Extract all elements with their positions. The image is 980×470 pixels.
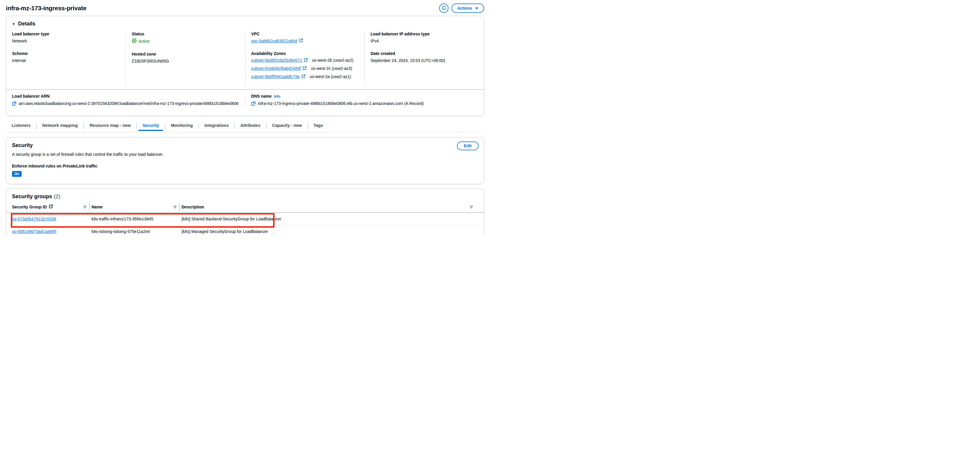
zone-label: us-west-2a (usw2-az1) (310, 74, 351, 79)
column-header-description: Description ▽ (181, 204, 478, 209)
security-group-link[interactable]: sg-073a5b479132c5336 (12, 217, 56, 221)
column-header-label: Name (92, 205, 103, 209)
tab-label: Security (142, 123, 159, 128)
load-balancer-detail-page: infra-mz-173-ingress-private Actions ▼ D… (0, 0, 490, 235)
zone-label: us-west-2b (usw2-az2) (312, 58, 353, 62)
dns-value: infra-mz-173-ingress-private-488fa1518b6… (251, 100, 478, 108)
copy-icon[interactable] (251, 102, 256, 108)
page-title: infra-mz-173-ingress-private (6, 5, 86, 12)
subnet-row: subnet-0a38f2c6d2b36e071 us-west-2b (usw… (251, 58, 359, 63)
edit-button[interactable]: Edit (457, 141, 479, 150)
subnet-row: subnet-01eb08cf8abd2489f us-west-2c (usw… (251, 66, 359, 71)
field-value: Network (12, 38, 120, 44)
sort-icon[interactable]: ▽ (470, 205, 473, 209)
page-header: infra-mz-173-ingress-private Actions (6, 0, 484, 15)
status-success-icon (132, 38, 137, 45)
actions-button-label: Actions (457, 6, 472, 11)
vpc-link-row: vpc-0a8d02cd83922a65d (251, 38, 359, 44)
field-label: Load balancer ARN (12, 94, 239, 98)
field-label: Load balancer type (12, 32, 120, 36)
cell-name: k8s-istioing-istioing-575e11a2e4 (92, 229, 181, 234)
subnet-link[interactable]: subnet-01eb08cf8abd2489f (251, 66, 301, 71)
tab-label: Monitoring (171, 123, 192, 128)
field-lb-type: Load balancer type Network (12, 32, 120, 44)
field-status: Status Active (132, 32, 239, 45)
tab-label: Capacity - (272, 123, 292, 128)
external-link-icon (301, 74, 305, 79)
caret-down-icon (475, 6, 478, 11)
field-ip-type: Load balancer IP address type IPv4 (371, 32, 478, 44)
field-label: Hosted zone (132, 52, 239, 56)
tab-label: Resource map - (89, 123, 121, 128)
field-value: IPv4 (371, 38, 478, 44)
field-hosted-zone: Hosted zone Z18D5FSROUN65G (132, 52, 239, 64)
tab-label: Attributes (240, 123, 260, 128)
field-date-created: Date created September 24, 2024, 15:53 (… (371, 51, 478, 64)
tab-monitoring[interactable]: Monitoring (165, 120, 199, 132)
field-label: Availability Zones (251, 51, 359, 56)
cell-description: [k8s] Managed SecurityGroup for LoadBala… (181, 229, 478, 234)
tab-listeners[interactable]: Listeners (6, 120, 36, 132)
header-actions: Actions (439, 3, 484, 13)
tab-label: Integrations (204, 123, 229, 128)
cell-security-group-id: sg-0061d9d73ad1aa995 (12, 229, 92, 234)
field-label: Scheme (12, 51, 120, 56)
tab-network-mapping[interactable]: Network mapping (36, 120, 84, 132)
subnet-link[interactable]: subnet-0b6ff5942addfc79e (251, 74, 300, 79)
tab-resource-map[interactable]: Resource map -new (84, 120, 137, 132)
field-label: DNS name (251, 94, 272, 98)
column-header-security-group-id: Security Group ID ▽ (12, 204, 92, 209)
tab-attributes[interactable]: Attributes (234, 120, 266, 132)
cell-security-group-id: sg-073a5b479132c5336 (12, 217, 92, 221)
dns-info-link[interactable]: Info (274, 94, 280, 98)
dns-label-row: DNS nameInfo (251, 94, 478, 98)
actions-button[interactable]: Actions (452, 3, 484, 13)
column-header-label-row: Name (92, 205, 103, 209)
field-scheme: Scheme Internal (12, 51, 120, 64)
arn-dns-row: Load balancer ARN arn:aws:elasticloadbal… (6, 90, 484, 116)
refresh-icon (441, 6, 446, 11)
details-column-1: Load balancer type Network Scheme Intern… (6, 32, 126, 86)
subnet-row: subnet-0b6ff5942addfc79e us-west-2a (usw… (251, 74, 359, 79)
tab-security[interactable]: Security (137, 120, 165, 132)
column-header-label-row: Description (181, 205, 204, 209)
security-panel: Security Edit A security group is a set … (6, 137, 484, 184)
details-section-toggle[interactable]: ▼ Details (6, 16, 484, 30)
privatelink-label: Enforce inbound rules on PrivateLink tra… (12, 164, 478, 168)
sort-icon[interactable]: ▽ (84, 205, 86, 209)
refresh-button[interactable] (439, 3, 449, 13)
security-groups-panel: Security groups(2) Security Group ID ▽ N… (6, 189, 484, 235)
external-link-icon (49, 204, 53, 209)
tab-tags[interactable]: Tags (307, 120, 329, 132)
tab-new-badge: new (294, 123, 302, 128)
sort-icon[interactable]: ▽ (173, 205, 176, 209)
field-label: Load balancer IP address type (371, 32, 478, 36)
tab-label: Tags (313, 123, 323, 128)
arn-text: arn:aws:elasticloadbalancing:us-west-2:3… (19, 101, 239, 106)
details-column-3: VPC vpc-0a8d02cd83922a65d Availability Z… (245, 32, 364, 86)
tab-integrations[interactable]: Integrations (199, 120, 234, 132)
subnet-link[interactable]: subnet-0a38f2c6d2b36e071 (251, 58, 302, 62)
field-dns-name: DNS nameInfo infra-mz-173-ingress-privat… (245, 94, 484, 108)
table-row[interactable]: sg-073a5b479132c5336 k8s-traffic-inframz… (6, 213, 484, 225)
tab-capacity[interactable]: Capacity -new (266, 120, 308, 132)
copy-icon[interactable] (12, 102, 16, 108)
field-lb-arn: Load balancer ARN arn:aws:elasticloadbal… (6, 94, 245, 108)
arn-value: arn:aws:elasticloadbalancing:us-west-2:3… (12, 100, 239, 108)
field-label: Date created (371, 51, 478, 56)
collapse-caret-icon: ▼ (12, 22, 15, 26)
column-header-label: Security Group ID (12, 205, 47, 209)
field-label: Status (132, 32, 239, 36)
details-column-4: Load balancer IP address type IPv4 Date … (364, 32, 484, 86)
security-group-link[interactable]: sg-0061d9d73ad1aa995 (12, 229, 56, 234)
field-vpc: VPC vpc-0a8d02cd83922a65d (251, 32, 359, 44)
tab-label: Listeners (12, 123, 30, 128)
status-value: Active (132, 38, 239, 45)
vpc-link[interactable]: vpc-0a8d02cd83922a65d (251, 38, 298, 44)
field-value: Z18D5FSROUN65G (132, 59, 239, 64)
table-row[interactable]: sg-0061d9d73ad1aa995 k8s-istioing-istioi… (6, 225, 484, 235)
cell-name: k8s-traffic-inframz173-35f4cc3845 (92, 217, 181, 221)
details-column-2: Status Active Hosted zone Z18D5FSROUN65G (126, 32, 245, 86)
table-header-row: Security Group ID ▽ Name ▽ Description ▽ (6, 200, 484, 213)
zone-label: us-west-2c (usw2-az3) (311, 66, 352, 71)
